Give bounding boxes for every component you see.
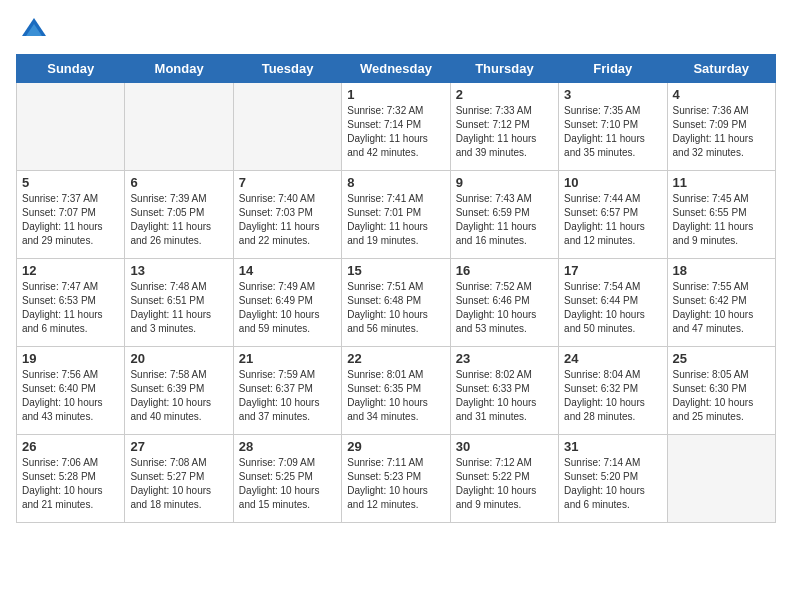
day-info: Sunrise: 7:43 AM Sunset: 6:59 PM Dayligh… [456,192,553,248]
calendar-week-3: 12Sunrise: 7:47 AM Sunset: 6:53 PM Dayli… [17,259,776,347]
day-number: 30 [456,439,553,454]
calendar-week-5: 26Sunrise: 7:06 AM Sunset: 5:28 PM Dayli… [17,435,776,523]
page-header [16,16,776,44]
day-info: Sunrise: 8:05 AM Sunset: 6:30 PM Dayligh… [673,368,770,424]
day-info: Sunrise: 8:04 AM Sunset: 6:32 PM Dayligh… [564,368,661,424]
day-number: 24 [564,351,661,366]
day-number: 27 [130,439,227,454]
day-info: Sunrise: 7:06 AM Sunset: 5:28 PM Dayligh… [22,456,119,512]
day-info: Sunrise: 7:51 AM Sunset: 6:48 PM Dayligh… [347,280,444,336]
calendar-cell: 2Sunrise: 7:33 AM Sunset: 7:12 PM Daylig… [450,83,558,171]
day-number: 19 [22,351,119,366]
day-info: Sunrise: 7:40 AM Sunset: 7:03 PM Dayligh… [239,192,336,248]
calendar-cell [667,435,775,523]
day-number: 17 [564,263,661,278]
header-day-tuesday: Tuesday [233,55,341,83]
calendar-cell: 31Sunrise: 7:14 AM Sunset: 5:20 PM Dayli… [559,435,667,523]
calendar-cell: 9Sunrise: 7:43 AM Sunset: 6:59 PM Daylig… [450,171,558,259]
calendar-cell: 27Sunrise: 7:08 AM Sunset: 5:27 PM Dayli… [125,435,233,523]
day-number: 1 [347,87,444,102]
header-day-sunday: Sunday [17,55,125,83]
header-day-saturday: Saturday [667,55,775,83]
calendar-cell: 4Sunrise: 7:36 AM Sunset: 7:09 PM Daylig… [667,83,775,171]
calendar-cell: 11Sunrise: 7:45 AM Sunset: 6:55 PM Dayli… [667,171,775,259]
day-number: 8 [347,175,444,190]
calendar-cell: 5Sunrise: 7:37 AM Sunset: 7:07 PM Daylig… [17,171,125,259]
calendar-cell [125,83,233,171]
calendar-cell: 30Sunrise: 7:12 AM Sunset: 5:22 PM Dayli… [450,435,558,523]
logo-icon [20,16,48,44]
day-number: 6 [130,175,227,190]
header-day-wednesday: Wednesday [342,55,450,83]
day-info: Sunrise: 7:59 AM Sunset: 6:37 PM Dayligh… [239,368,336,424]
day-number: 5 [22,175,119,190]
calendar-cell: 26Sunrise: 7:06 AM Sunset: 5:28 PM Dayli… [17,435,125,523]
day-number: 11 [673,175,770,190]
day-number: 26 [22,439,119,454]
calendar-cell: 22Sunrise: 8:01 AM Sunset: 6:35 PM Dayli… [342,347,450,435]
calendar-cell: 21Sunrise: 7:59 AM Sunset: 6:37 PM Dayli… [233,347,341,435]
day-info: Sunrise: 7:09 AM Sunset: 5:25 PM Dayligh… [239,456,336,512]
day-info: Sunrise: 7:36 AM Sunset: 7:09 PM Dayligh… [673,104,770,160]
calendar-table: SundayMondayTuesdayWednesdayThursdayFrid… [16,54,776,523]
day-number: 3 [564,87,661,102]
day-info: Sunrise: 7:08 AM Sunset: 5:27 PM Dayligh… [130,456,227,512]
day-number: 28 [239,439,336,454]
day-number: 25 [673,351,770,366]
calendar-header: SundayMondayTuesdayWednesdayThursdayFrid… [17,55,776,83]
day-number: 7 [239,175,336,190]
calendar-cell: 14Sunrise: 7:49 AM Sunset: 6:49 PM Dayli… [233,259,341,347]
day-number: 20 [130,351,227,366]
day-number: 4 [673,87,770,102]
calendar-cell: 19Sunrise: 7:56 AM Sunset: 6:40 PM Dayli… [17,347,125,435]
day-number: 31 [564,439,661,454]
day-info: Sunrise: 7:12 AM Sunset: 5:22 PM Dayligh… [456,456,553,512]
header-day-thursday: Thursday [450,55,558,83]
calendar-cell [233,83,341,171]
day-info: Sunrise: 7:32 AM Sunset: 7:14 PM Dayligh… [347,104,444,160]
header-row: SundayMondayTuesdayWednesdayThursdayFrid… [17,55,776,83]
day-number: 9 [456,175,553,190]
calendar-cell: 16Sunrise: 7:52 AM Sunset: 6:46 PM Dayli… [450,259,558,347]
calendar-week-1: 1Sunrise: 7:32 AM Sunset: 7:14 PM Daylig… [17,83,776,171]
day-info: Sunrise: 7:33 AM Sunset: 7:12 PM Dayligh… [456,104,553,160]
day-info: Sunrise: 7:47 AM Sunset: 6:53 PM Dayligh… [22,280,119,336]
calendar-cell: 8Sunrise: 7:41 AM Sunset: 7:01 PM Daylig… [342,171,450,259]
calendar-cell: 25Sunrise: 8:05 AM Sunset: 6:30 PM Dayli… [667,347,775,435]
calendar-week-4: 19Sunrise: 7:56 AM Sunset: 6:40 PM Dayli… [17,347,776,435]
day-info: Sunrise: 7:11 AM Sunset: 5:23 PM Dayligh… [347,456,444,512]
calendar-cell: 12Sunrise: 7:47 AM Sunset: 6:53 PM Dayli… [17,259,125,347]
day-number: 29 [347,439,444,454]
day-info: Sunrise: 7:56 AM Sunset: 6:40 PM Dayligh… [22,368,119,424]
day-number: 18 [673,263,770,278]
calendar-cell: 20Sunrise: 7:58 AM Sunset: 6:39 PM Dayli… [125,347,233,435]
day-number: 22 [347,351,444,366]
day-info: Sunrise: 7:35 AM Sunset: 7:10 PM Dayligh… [564,104,661,160]
logo [16,16,48,44]
day-number: 14 [239,263,336,278]
calendar-cell: 1Sunrise: 7:32 AM Sunset: 7:14 PM Daylig… [342,83,450,171]
day-number: 21 [239,351,336,366]
calendar-body: 1Sunrise: 7:32 AM Sunset: 7:14 PM Daylig… [17,83,776,523]
day-info: Sunrise: 7:54 AM Sunset: 6:44 PM Dayligh… [564,280,661,336]
calendar-cell: 15Sunrise: 7:51 AM Sunset: 6:48 PM Dayli… [342,259,450,347]
day-number: 23 [456,351,553,366]
calendar-cell: 7Sunrise: 7:40 AM Sunset: 7:03 PM Daylig… [233,171,341,259]
day-info: Sunrise: 8:01 AM Sunset: 6:35 PM Dayligh… [347,368,444,424]
calendar-cell: 3Sunrise: 7:35 AM Sunset: 7:10 PM Daylig… [559,83,667,171]
header-day-monday: Monday [125,55,233,83]
day-info: Sunrise: 7:55 AM Sunset: 6:42 PM Dayligh… [673,280,770,336]
calendar-cell: 10Sunrise: 7:44 AM Sunset: 6:57 PM Dayli… [559,171,667,259]
day-info: Sunrise: 7:58 AM Sunset: 6:39 PM Dayligh… [130,368,227,424]
calendar-cell: 28Sunrise: 7:09 AM Sunset: 5:25 PM Dayli… [233,435,341,523]
day-number: 10 [564,175,661,190]
header-day-friday: Friday [559,55,667,83]
calendar-cell: 24Sunrise: 8:04 AM Sunset: 6:32 PM Dayli… [559,347,667,435]
day-number: 16 [456,263,553,278]
calendar-cell: 17Sunrise: 7:54 AM Sunset: 6:44 PM Dayli… [559,259,667,347]
day-info: Sunrise: 7:37 AM Sunset: 7:07 PM Dayligh… [22,192,119,248]
day-info: Sunrise: 7:14 AM Sunset: 5:20 PM Dayligh… [564,456,661,512]
calendar-week-2: 5Sunrise: 7:37 AM Sunset: 7:07 PM Daylig… [17,171,776,259]
day-info: Sunrise: 7:49 AM Sunset: 6:49 PM Dayligh… [239,280,336,336]
calendar-cell: 6Sunrise: 7:39 AM Sunset: 7:05 PM Daylig… [125,171,233,259]
